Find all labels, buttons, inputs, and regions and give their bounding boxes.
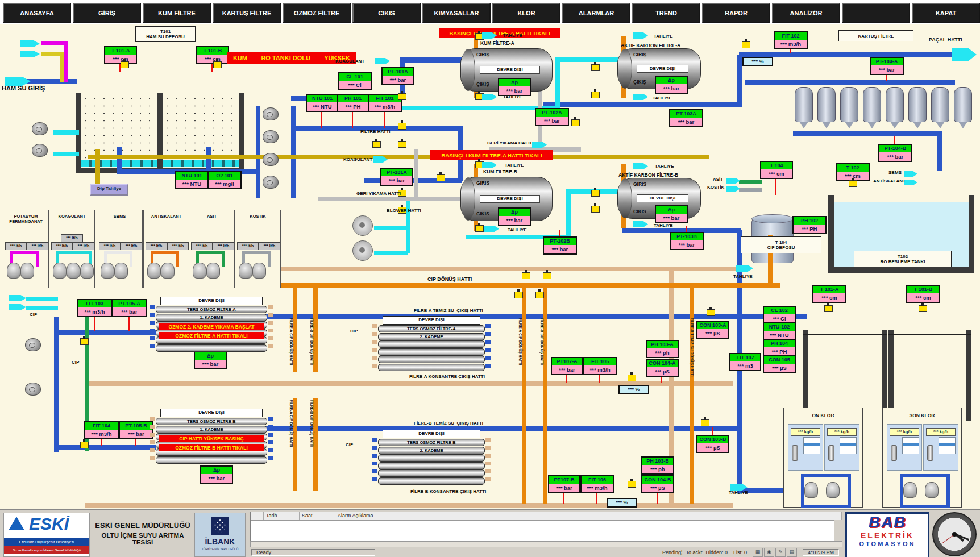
valve-9[interactable] — [571, 119, 580, 126]
readout-pt103b[interactable]: PT-103B*** bar — [670, 232, 704, 250]
ro-hp-pump-1[interactable] — [25, 338, 41, 351]
alarm-col-saat[interactable]: Saat — [300, 512, 335, 520]
chem-flow-readout[interactable]: *** lt/h — [191, 242, 213, 250]
alarm-col-tarih[interactable]: Tarih — [264, 512, 300, 520]
klor-flow-readout[interactable]: *** kg/h — [926, 428, 956, 436]
vessel-dp-karbon_a[interactable]: Δp*** bar — [655, 76, 688, 94]
percent-readout-1[interactable]: *** % — [742, 57, 773, 66]
readout-ph103a[interactable]: PH 103-A*** ph — [646, 340, 679, 358]
nav-button-kartu-fi-ltre[interactable]: KARTUŞ FİLTRE — [213, 3, 281, 23]
valve-27[interactable] — [80, 442, 89, 448]
valve-29[interactable] — [213, 61, 222, 68]
klor-dosing-pump[interactable] — [903, 482, 917, 498]
chem-dosing-pump[interactable] — [53, 263, 67, 278]
valve-26[interactable] — [80, 338, 89, 345]
dip-tahliye-button[interactable]: Dip Tahliye — [90, 184, 128, 196]
chem-flow-readout[interactable]: *** lt/h — [5, 242, 27, 250]
readout-fit103[interactable]: FIT 103*** m3/h — [77, 299, 112, 317]
readout-con103b[interactable]: CON 103-B*** µS — [696, 435, 729, 453]
nav-button-trend[interactable]: TREND — [632, 3, 700, 23]
valve-28[interactable] — [121, 61, 129, 68]
chem-flow-readout[interactable]: *** lt/h — [99, 242, 121, 250]
chem-flow-readout[interactable]: *** lt/h — [73, 242, 94, 250]
readout-pt101a_mid[interactable]: PT-101A*** bar — [380, 168, 413, 186]
valve-31[interactable] — [919, 305, 927, 312]
readout-ph104[interactable]: PH 104*** PH — [763, 339, 796, 357]
raw-pump-2[interactable] — [32, 144, 48, 157]
readout-o2101[interactable]: O2 101*** mg/l — [207, 171, 242, 189]
valve-23[interactable] — [701, 419, 709, 426]
readout-fit105[interactable]: FIT 105*** m3/h — [583, 357, 617, 375]
readout-ntu101[interactable]: NTU 101*** NTU — [306, 94, 339, 112]
readout-pt104b[interactable]: PT-104-B*** bar — [878, 144, 912, 162]
chem-flow-readout[interactable]: *** lt/h — [213, 242, 234, 250]
status-icon-1[interactable]: ▦ — [753, 548, 763, 557]
alarm-vscrollbar[interactable] — [834, 520, 842, 542]
valve-24[interactable] — [628, 375, 636, 381]
nav-button-kum-fi-ltre[interactable]: KUM FİLTRE — [143, 3, 211, 23]
valve-10[interactable] — [742, 41, 750, 48]
valve-16[interactable] — [591, 190, 600, 197]
chem-dosing-pump[interactable] — [239, 263, 252, 278]
readout-con104b[interactable]: CON 104-B*** µS — [641, 475, 674, 493]
blower-2[interactable] — [352, 240, 373, 261]
readout-pt104a[interactable]: PT-104-A*** bar — [870, 57, 904, 75]
valve-4[interactable] — [398, 141, 406, 148]
readout-cl101[interactable]: CL 101*** Cl — [338, 72, 372, 90]
readout-ph103b[interactable]: PH 103-B*** ph — [641, 456, 674, 475]
filtre-pump-4[interactable] — [263, 176, 279, 189]
valve-11[interactable] — [437, 174, 445, 181]
chem-dosing-pump[interactable] — [161, 263, 175, 278]
readout-fit106[interactable]: FIT 106*** m3/h — [580, 475, 614, 493]
chem-dosing-pump[interactable] — [147, 263, 161, 278]
valve-15[interactable] — [475, 225, 484, 232]
klor-flow-readout[interactable]: *** kg/h — [890, 428, 919, 436]
klor-dosing-pump[interactable] — [925, 482, 939, 498]
status-icon-2[interactable]: ◉ — [764, 548, 774, 557]
readout-ph102[interactable]: PH 102*** PH — [792, 216, 827, 234]
readout-ph101[interactable]: PH 101*** PH — [337, 94, 369, 112]
nav-button-klor[interactable]: KLOR — [492, 3, 560, 23]
chem-dosing-pump[interactable] — [67, 263, 80, 278]
readout-ntu101b[interactable]: NTU 101*** NTU — [175, 171, 209, 189]
filtre-pump-3[interactable] — [263, 153, 279, 166]
chem-dosing-pump[interactable] — [252, 263, 266, 278]
readout-cl102[interactable]: CL 102*** Cl — [763, 306, 796, 324]
readout-pt105a[interactable]: PT-105-A*** bar — [112, 299, 147, 317]
vessel-dp-karbon_b[interactable]: Δp*** bar — [655, 205, 688, 223]
chem-dosing-pump[interactable] — [80, 263, 94, 278]
percent-readout-2[interactable]: *** % — [618, 385, 649, 394]
vessel-dp-kum_b[interactable]: Δp*** bar — [498, 207, 531, 226]
chem-dosing-pump[interactable] — [7, 263, 20, 278]
chem-flow-readout[interactable]: *** lt/h — [146, 242, 167, 250]
readout-ntu102[interactable]: NTU-102*** NTU — [763, 322, 796, 340]
readout-fit107[interactable]: FIT 107*** m3 — [729, 353, 761, 371]
blower-1[interactable] — [352, 215, 373, 236]
valve-30[interactable] — [824, 305, 833, 312]
readout-pt107b[interactable]: PT107-B*** bar — [548, 475, 580, 493]
readout-con104a[interactable]: CON 104-A*** µS — [646, 359, 679, 377]
chem-dosing-pump[interactable] — [101, 263, 114, 278]
nav-button-anasayfa[interactable]: ANASAYFA — [3, 3, 71, 23]
nav-button-alarmlar[interactable]: ALARMLAR — [562, 3, 630, 23]
alarm-col-aciklama[interactable]: Alarm Açıklama — [335, 512, 842, 520]
readout-pt102a[interactable]: PT-102A*** bar — [535, 108, 569, 126]
readout-fit102[interactable]: FIT 102*** m3/h — [774, 31, 808, 49]
nav-button-gi-ri-[interactable]: GİRİŞ — [73, 3, 141, 23]
nav-button-ozmoz-fi-ltre[interactable]: OZMOZ FİLTRE — [283, 3, 351, 23]
readout-pt101a_top[interactable]: PT-101A*** bar — [381, 67, 414, 85]
valve-17[interactable] — [591, 206, 600, 213]
readout-pt102b[interactable]: PT-102B*** bar — [543, 236, 577, 255]
chem-flow-readout[interactable]: *** lt/h — [167, 242, 189, 250]
valve-25[interactable] — [628, 481, 636, 488]
ro-hp-pump-2[interactable] — [25, 383, 41, 396]
readout-t101a_bot[interactable]: T 101-A*** cm — [812, 285, 846, 303]
readout-dp_a1[interactable]: Δp*** bar — [194, 351, 227, 369]
status-icon-4[interactable]: ▤ — [787, 548, 797, 557]
chem-flow-readout[interactable]: *** lt/h — [27, 242, 48, 250]
chem-flow-readout[interactable]: *** lt/h — [51, 242, 73, 250]
nav-button-rapor[interactable]: RAPOR — [702, 3, 770, 23]
valve-19[interactable] — [543, 272, 551, 279]
readout-con105[interactable]: CON 105*** µS — [763, 355, 796, 373]
readout-pt105b[interactable]: PT-105-B*** bar — [119, 421, 153, 439]
